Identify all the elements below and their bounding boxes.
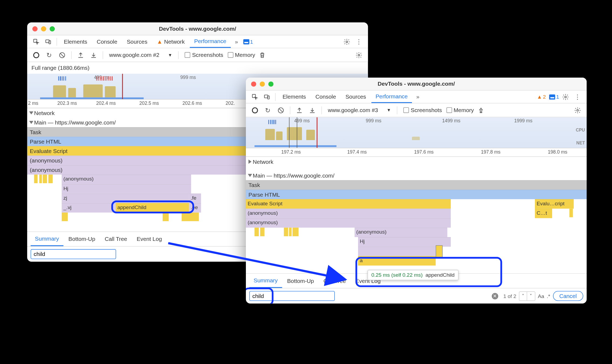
main-row[interactable]: Main — https://www.google.com/ (246, 171, 587, 180)
titlebar[interactable]: DevTools - www.google.com/ (246, 78, 587, 91)
tab-event-log[interactable]: Event Log (132, 232, 166, 246)
capture-settings-icon[interactable] (572, 105, 583, 115)
gc-icon[interactable] (476, 105, 487, 115)
tab-bottom-up[interactable]: Bottom-Up (64, 232, 99, 246)
tab-performance[interactable]: Performance (371, 91, 412, 103)
tab-call-tree[interactable]: Call Tree (319, 274, 350, 288)
flame-evaluate-script[interactable]: Evalu…cript (535, 199, 574, 209)
search-bar: ✕ 1 of 2 ˄ ˅ Aa .* Cancel (246, 288, 587, 304)
recording-selector[interactable]: www.google.com #2▼ (106, 51, 175, 59)
capture-settings-icon[interactable] (353, 50, 365, 60)
network-row[interactable]: Network (246, 157, 587, 166)
flame-chart[interactable]: Network Main — https://www.google.com/ T… (246, 157, 587, 273)
flame-vj[interactable]: _.vj (62, 203, 116, 213)
svg-point-9 (565, 96, 566, 98)
recording-selector[interactable]: www.google.com #3▼ (325, 106, 393, 114)
perf-toolbar: ↻ www.google.com #3▼ Screenshots Memory (246, 103, 587, 117)
titlebar[interactable]: DevTools - www.google.com/ (27, 22, 368, 35)
flame-anon[interactable]: (anonymous) (246, 209, 451, 218)
flame-anon[interactable]: (anonymous) (62, 175, 191, 184)
tab-sources[interactable]: Sources (122, 36, 152, 48)
kebab-icon[interactable]: ⋮ (572, 92, 583, 102)
device-toggle-icon[interactable] (43, 36, 54, 47)
download-icon[interactable] (307, 105, 318, 115)
flame-evaluate-script[interactable]: Evaluate Script (246, 199, 451, 209)
tab-console[interactable]: Console (92, 36, 122, 48)
flame-zj[interactable] (358, 247, 436, 256)
devtools-tabbar: Elements Console Sources Performance » ▲… (246, 91, 587, 103)
maximize-icon[interactable] (50, 26, 55, 31)
memory-checkbox[interactable]: Memory (446, 107, 474, 113)
cancel-button[interactable]: Cancel (553, 291, 583, 301)
window-title: DevTools - www.google.com/ (246, 81, 587, 87)
overview-chart[interactable]: 499 ms 999 ms 1499 ms 1999 ms CPU NET (246, 117, 587, 148)
clear-button[interactable] (275, 105, 287, 115)
inspect-icon[interactable] (31, 36, 42, 47)
minimize-icon[interactable] (41, 26, 46, 31)
tab-network[interactable]: ▲Network (153, 36, 189, 48)
minimize-icon[interactable] (260, 81, 265, 86)
reload-record-button[interactable]: ↻ (262, 105, 274, 115)
issues-badge[interactable]: ▬1 (243, 39, 253, 44)
more-tabs-icon[interactable]: » (233, 38, 240, 45)
reload-record-button[interactable]: ↻ (44, 50, 55, 60)
screenshots-checkbox[interactable]: Screenshots (403, 107, 442, 113)
tab-bottom-up[interactable]: Bottom-Up (283, 274, 318, 288)
tooltip-time: 0.25 ms (self 0.22 ms) (372, 272, 423, 278)
svg-point-11 (577, 109, 578, 111)
tab-summary[interactable]: Summary (249, 274, 282, 288)
window-title: DevTools - www.google.com/ (27, 25, 368, 32)
devtools-window-2: DevTools - www.google.com/ Elements Cons… (246, 78, 587, 303)
clear-icon[interactable]: ✕ (492, 293, 498, 299)
upload-icon[interactable] (294, 105, 305, 115)
flame-anon[interactable]: (anonymous) (246, 218, 451, 228)
upload-icon[interactable] (75, 50, 86, 60)
download-icon[interactable] (88, 50, 99, 60)
record-button[interactable] (31, 50, 42, 60)
flame-task[interactable]: Task (246, 180, 587, 190)
settings-icon[interactable] (560, 92, 571, 102)
clear-button[interactable] (57, 50, 68, 60)
regex-toggle[interactable]: .* (547, 293, 550, 299)
record-button[interactable] (249, 105, 261, 115)
close-icon[interactable] (32, 26, 37, 31)
range-label: Full range (1880.66ms) (27, 62, 368, 74)
flame-hj[interactable]: Hj (62, 184, 191, 193)
maximize-icon[interactable] (268, 81, 273, 86)
case-sensitive-toggle[interactable]: Aa (538, 293, 544, 299)
device-toggle-icon[interactable] (262, 92, 273, 102)
tab-elements[interactable]: Elements (60, 36, 92, 48)
flame-parse-html[interactable]: Parse HTML (246, 190, 587, 199)
delete-icon[interactable] (257, 50, 268, 60)
tab-call-tree[interactable]: Call Tree (100, 232, 131, 246)
ruler[interactable]: 197.2 ms 197.4 ms 197.6 ms 197.8 ms 198.… (246, 148, 587, 157)
highlight-search-input (246, 287, 273, 303)
search-input[interactable] (31, 249, 116, 259)
warnings-badge[interactable]: ▲2 (537, 94, 546, 100)
flame-tooltip: 0.25 ms (self 0.22 ms) appendChild (367, 270, 458, 280)
tab-elements[interactable]: Elements (278, 91, 310, 103)
tab-performance[interactable]: Performance (190, 36, 231, 48)
kebab-icon[interactable]: ⋮ (353, 36, 365, 47)
tab-console[interactable]: Console (311, 91, 340, 103)
more-tabs-icon[interactable]: » (415, 93, 421, 100)
svg-rect-8 (268, 96, 269, 99)
search-prev-button[interactable]: ˄ (519, 292, 527, 300)
search-nav: ˄ ˅ (519, 291, 535, 301)
flame-ct[interactable]: C…t (535, 209, 552, 218)
search-result-count: 1 of 2 (503, 293, 516, 299)
issues-badge[interactable]: ▬1 (549, 94, 559, 100)
settings-icon[interactable] (341, 36, 353, 47)
close-icon[interactable] (251, 81, 256, 86)
svg-point-3 (346, 41, 348, 42)
flame-anon[interactable]: (anonymous) (355, 228, 447, 237)
memory-checkbox[interactable]: Memory (228, 52, 255, 58)
tooltip-name: appendChild (425, 272, 455, 278)
screenshots-checkbox[interactable]: Screenshots (185, 52, 223, 58)
inspect-icon[interactable] (249, 92, 261, 102)
tab-summary[interactable]: Summary (31, 232, 63, 246)
perf-toolbar: ↻ www.google.com #2▼ Screenshots Memory (27, 48, 368, 62)
search-next-button[interactable]: ˅ (527, 292, 535, 300)
devtools-tabbar: Elements Console Sources ▲Network Perfor… (27, 35, 368, 48)
tab-sources[interactable]: Sources (341, 91, 370, 103)
